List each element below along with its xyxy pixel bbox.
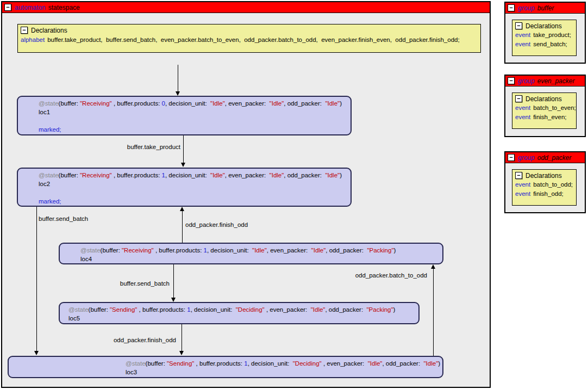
- group-keyword: group: [518, 4, 535, 12]
- state-properties: @state(buffer: "Receiving" , buffer.prod…: [39, 171, 351, 180]
- event-declaration: eventtake_product;: [515, 30, 573, 40]
- event-keyword: event: [515, 181, 530, 188]
- collapse-icon[interactable]: −: [515, 95, 522, 102]
- event-declaration: eventbatch_to_odd;: [515, 180, 573, 189]
- transition-label: buffer.take_product: [101, 144, 180, 150]
- group-panel-odd-packer: − groupodd_packer − Declarations eventba…: [504, 151, 586, 213]
- declarations-box: − Declarations alphabetbuffer.take_produ…: [17, 24, 481, 53]
- event-name: take_product;: [533, 32, 571, 38]
- group-name: buffer: [537, 4, 554, 12]
- arrowhead-icon: [181, 163, 185, 167]
- declarations-box: − Declarations eventbatch_to_odd; eventf…: [512, 169, 577, 206]
- arrowhead-icon: [431, 264, 435, 269]
- automaton-titlebar: − automatonstatespace: [2, 2, 490, 13]
- declarations-label: Declarations: [526, 95, 562, 103]
- event-name: finish_odd;: [533, 190, 564, 197]
- declarations-label: Declarations: [526, 22, 562, 30]
- declarations-box: − Declarations eventbatch_to_even; event…: [512, 92, 577, 129]
- collapse-icon[interactable]: −: [508, 77, 515, 84]
- state-node-loc1[interactable]: @state(buffer: "Receiving" , buffer.prod…: [17, 96, 352, 135]
- statespace-canvas: − automatonstatespace − Declarations alp…: [0, 0, 588, 389]
- state-node-loc2[interactable]: @state(buffer: "Receiving" , buffer.prod…: [17, 168, 352, 207]
- group-titlebar: − groupeven_packer: [505, 76, 585, 87]
- panel-title: automatonstatespace: [15, 4, 80, 11]
- state-properties: @state(buffer: "Sending" , buffer.produc…: [126, 359, 442, 368]
- group-title: groupeven_packer: [518, 77, 574, 85]
- group-panel-even-packer: − groupeven_packer − Declarations eventb…: [504, 75, 586, 137]
- state-properties: @state(buffer: "Receiving" , buffer.prod…: [39, 99, 351, 108]
- arrowhead-icon: [179, 351, 184, 355]
- group-name: odd_packer: [537, 154, 572, 162]
- state-node-loc5[interactable]: @state(buffer: "Sending" , buffer.produc…: [59, 302, 420, 324]
- state-name: loc5: [68, 314, 418, 323]
- arrowhead-icon: [34, 351, 39, 355]
- event-keyword: event: [515, 41, 530, 47]
- declarations-header: − Declarations: [21, 26, 478, 35]
- event-declaration: eventfinish_odd;: [515, 189, 573, 199]
- event-declaration: eventbatch_to_even;: [515, 103, 573, 113]
- collapse-icon[interactable]: −: [515, 22, 522, 29]
- transition-label: odd_packer.finish_odd: [95, 337, 176, 343]
- state-name: loc3: [126, 368, 442, 376]
- spacer: [39, 188, 351, 197]
- state-name: loc2: [39, 180, 351, 188]
- event-keyword: event: [515, 114, 530, 120]
- collapse-icon[interactable]: −: [508, 4, 515, 11]
- declarations-label: Declarations: [31, 27, 67, 34]
- transition-label: odd_packer.finish_odd: [185, 221, 248, 228]
- transition-line-loc4-loc2: [182, 211, 183, 243]
- event-name: finish_even;: [533, 114, 566, 120]
- event-name: batch_to_odd;: [533, 181, 573, 188]
- event-name: send_batch;: [533, 41, 567, 47]
- declarations-header: − Declarations: [515, 21, 573, 30]
- event-name: batch_to_even;: [533, 104, 576, 111]
- arrowhead-icon: [180, 207, 184, 211]
- state-node-loc4[interactable]: @state(buffer: "Receiving" , buffer.prod…: [59, 243, 443, 264]
- automaton-name: statespace: [48, 4, 80, 11]
- event-keyword: event: [515, 32, 530, 38]
- event-declaration: eventsend_batch;: [515, 40, 573, 49]
- group-titlebar: − groupbuffer: [505, 3, 585, 14]
- transition-line-loc2-loc3: [36, 207, 37, 351]
- state-marked: marked;: [39, 125, 351, 134]
- state-properties: @state(buffer: "Receiving" , buffer.prod…: [80, 246, 442, 255]
- declarations-header: − Declarations: [515, 171, 573, 180]
- spacer: [39, 116, 351, 125]
- initial-arrowhead-icon: [176, 91, 180, 96]
- group-title: groupbuffer: [518, 4, 554, 12]
- transition-line-loc4-loc5: [173, 264, 174, 298]
- declarations-header: − Declarations: [515, 94, 573, 103]
- group-panel-buffer: − groupbuffer − Declarations eventtake_p…: [504, 2, 586, 64]
- state-node-loc3[interactable]: @state(buffer: "Sending" , buffer.produc…: [8, 356, 443, 378]
- collapse-icon[interactable]: −: [21, 27, 28, 34]
- declarations-box: − Declarations eventtake_product; events…: [512, 20, 577, 56]
- declarations-label: Declarations: [526, 172, 562, 180]
- transition-line-loc5-loc3: [182, 324, 182, 351]
- event-declaration: eventfinish_even;: [515, 113, 573, 122]
- transition-label: odd_packer.batch_to_odd: [339, 272, 427, 279]
- state-marked: marked;: [39, 197, 351, 206]
- automaton-panel: − automatonstatespace − Declarations alp…: [1, 1, 491, 388]
- group-name: even_packer: [537, 77, 575, 85]
- state-name: loc1: [39, 108, 351, 116]
- group-title: groupodd_packer: [518, 154, 571, 162]
- arrowhead-icon: [171, 298, 176, 302]
- collapse-icon[interactable]: −: [515, 172, 522, 179]
- alphabet-keyword: alphabet: [21, 36, 45, 43]
- event-keyword: event: [515, 104, 530, 111]
- automaton-keyword: automaton: [15, 4, 46, 11]
- alphabet-declaration: alphabetbuffer.take_product, buffer.send…: [21, 36, 478, 43]
- collapse-icon[interactable]: −: [4, 4, 11, 11]
- transition-line-loc3-loc4: [433, 269, 434, 356]
- event-keyword: event: [515, 190, 530, 197]
- group-keyword: group: [518, 154, 535, 162]
- initial-arrow-line: [178, 65, 178, 92]
- transition-label: buffer.send_batch: [89, 280, 170, 287]
- group-titlebar: − groupodd_packer: [505, 152, 585, 163]
- collapse-icon[interactable]: −: [508, 154, 515, 161]
- state-properties: @state(buffer: "Sending" , buffer.produc…: [68, 305, 418, 314]
- alphabet-events: buffer.take_product, buffer.send_batch, …: [47, 36, 460, 43]
- transition-line-loc1-loc2: [183, 135, 184, 163]
- state-name: loc4: [80, 255, 442, 263]
- group-keyword: group: [518, 77, 535, 85]
